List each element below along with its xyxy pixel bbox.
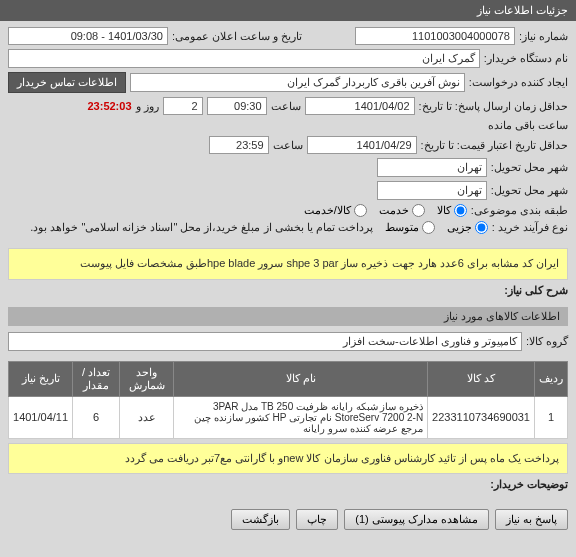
th-unit: واحد شمارش: [120, 361, 174, 396]
description-box: ایران کد مشابه برای 6عدد هارد جهت ذخیره …: [8, 248, 568, 280]
city-deliver-label: شهر محل تحویل:: [491, 161, 568, 174]
radio-goods-input[interactable]: [454, 204, 467, 217]
notes-text: پرداخت یک ماه پس از تائید کارشناس فناوری…: [17, 450, 559, 468]
need-no-label: شماره نیاز:: [519, 30, 568, 43]
time-label-1: ساعت: [271, 100, 301, 113]
th-name: نام کالا: [174, 361, 428, 396]
radio-both-input[interactable]: [354, 204, 367, 217]
process-label: نوع فرآیند خرید :: [492, 221, 568, 234]
announce-label: تاریخ و ساعت اعلان عمومی:: [172, 30, 302, 43]
cell-code: 2233110734690031: [428, 396, 535, 438]
requester-field: نوش آفرین باقری کاربردار گمرک ایران: [130, 73, 465, 92]
radio-service[interactable]: خدمت: [379, 204, 425, 217]
announce-field: 1401/03/30 - 09:08: [8, 27, 168, 45]
cell-date: 1401/04/11: [9, 396, 73, 438]
items-table: ردیف کد کالا نام کالا واحد شمارش تعداد /…: [8, 361, 568, 439]
cell-unit: عدد: [120, 396, 174, 438]
th-qty: تعداد / مقدار: [73, 361, 120, 396]
validity-time-field: 23:59: [209, 136, 269, 154]
radio-service-label: خدمت: [379, 204, 409, 217]
group-field: کامپیوتر و فناوری اطلاعات-سخت افزار: [8, 332, 522, 351]
page-title: جزئیات اطلاعات نیاز: [0, 0, 576, 21]
cell-name: ذخیره ساز شبکه رایانه ظرفیت TB 250 مدل 3…: [174, 396, 428, 438]
radio-both-label: کالا/خدمت: [304, 204, 351, 217]
notes-label: توضیحات خریدار:: [490, 478, 568, 491]
deadline-time-field: 09:30: [207, 97, 267, 115]
radio-partial-label: جزیی: [447, 221, 472, 234]
cell-row: 1: [535, 396, 568, 438]
category-label: طبقه بندی موضوعی:: [471, 204, 568, 217]
validity-date-field: 1401/04/29: [307, 136, 417, 154]
deadline-date-field: 1401/04/02: [305, 97, 415, 115]
radio-both[interactable]: کالا/خدمت: [304, 204, 367, 217]
category-radio-group: کالا خدمت کالا/خدمت: [304, 204, 467, 217]
th-date: تاریخ نیاز: [9, 361, 73, 396]
need-no-field: 1101003004000078: [355, 27, 515, 45]
days-label: روز و: [136, 100, 159, 113]
radio-medium-label: متوسط: [385, 221, 419, 234]
radio-goods[interactable]: کالا: [437, 204, 467, 217]
contact-button[interactable]: اطلاعات تماس خریدار: [8, 72, 126, 93]
footer-buttons: پاسخ به نیاز مشاهده مدارک پیوستی (1) چاپ…: [0, 501, 576, 538]
back-button[interactable]: بازگشت: [231, 509, 290, 530]
items-header: اطلاعات کالاهای مورد نیاز: [8, 307, 568, 326]
group-label: گروه کالا:: [526, 335, 568, 348]
cell-qty: 6: [73, 396, 120, 438]
radio-medium-input[interactable]: [422, 221, 435, 234]
table-header-row: ردیف کد کالا نام کالا واحد شمارش تعداد /…: [9, 361, 568, 396]
process-radio-group: جزیی متوسط: [385, 221, 488, 234]
buyer-field: گمرک ایران: [8, 49, 480, 68]
reply-button[interactable]: پاسخ به نیاز: [495, 509, 568, 530]
requester-label: ایجاد کننده درخواست:: [469, 76, 568, 89]
time-label-2: ساعت: [273, 139, 303, 152]
print-button[interactable]: چاپ: [296, 509, 338, 530]
city-load-field: تهران: [377, 181, 487, 200]
radio-medium[interactable]: متوسط: [385, 221, 435, 234]
attachments-button[interactable]: مشاهده مدارک پیوستی (1): [344, 509, 489, 530]
buyer-label: نام دستگاه خریدار:: [484, 52, 568, 65]
radio-partial[interactable]: جزیی: [447, 221, 488, 234]
notes-box: پرداخت یک ماه پس از تائید کارشناس فناوری…: [8, 443, 568, 475]
remaining-label: ساعت باقی مانده: [488, 119, 568, 132]
city-deliver-field: تهران: [377, 158, 487, 177]
radio-partial-input[interactable]: [475, 221, 488, 234]
radio-goods-label: کالا: [437, 204, 451, 217]
days-field: 2: [163, 97, 203, 115]
th-row: ردیف: [535, 361, 568, 396]
th-code: کد کالا: [428, 361, 535, 396]
table-row: 1 2233110734690031 ذخیره ساز شبکه رایانه…: [9, 396, 568, 438]
payment-note: پرداخت تمام یا بخشی از مبلغ خرید،از محل …: [30, 221, 373, 234]
deadline-label: حداقل زمان ارسال پاسخ: تا تاریخ:: [419, 100, 568, 113]
desc-label: شرح کلی نیاز:: [504, 284, 568, 297]
validity-label: حداقل تاریخ اعتبار قیمت: تا تاریخ:: [421, 139, 568, 152]
description-text: ایران کد مشابه برای 6عدد هارد جهت ذخیره …: [17, 255, 559, 273]
countdown-timer: 23:52:03: [87, 100, 131, 112]
radio-service-input[interactable]: [412, 204, 425, 217]
city-load-label: شهر محل تحویل:: [491, 184, 568, 197]
